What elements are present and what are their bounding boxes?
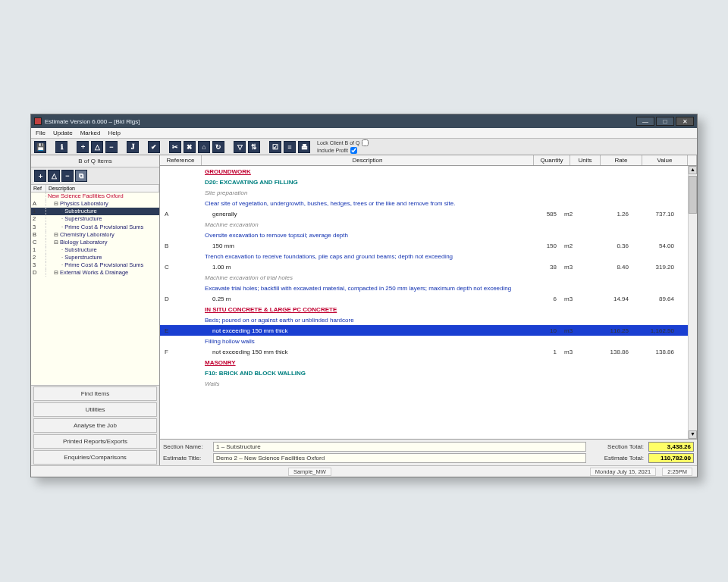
tree-row[interactable]: 2Superstructure — [31, 254, 159, 261]
cell-rate: 14.94 — [592, 296, 633, 302]
grid-row[interactable]: GROUNDWORK — [160, 166, 688, 177]
grid-row[interactable]: Agenerally585m21.26737.10 — [160, 208, 688, 219]
col-reference[interactable]: Reference — [160, 155, 202, 165]
cell-desc: Oversite excavation to remove topsoil; a… — [202, 231, 525, 239]
tree-row-label: Prime Cost & Provisional Sums — [46, 224, 159, 231]
section-name-field[interactable]: 1 – Substructure — [213, 442, 586, 452]
grid-row[interactable]: IN SITU CONCRETE & LARGE PC CONCRETE — [160, 304, 688, 314]
status-date: Monday July 15, 2021 — [590, 468, 656, 476]
col-units[interactable]: Units — [570, 155, 601, 165]
grid-row[interactable]: B150 mm150m20.3654.00 — [160, 240, 688, 251]
tool-sort-icon[interactable]: ⇅ — [248, 141, 260, 153]
col-description[interactable]: Description — [202, 155, 534, 165]
tool-cut-icon[interactable]: ✂ — [169, 141, 181, 153]
lock-client-checkbox[interactable] — [362, 139, 369, 146]
grid-row[interactable]: F10: BRICK AND BLOCK WALLING — [160, 368, 688, 378]
grid-row[interactable]: C1.00 m38m38.40319.20 — [160, 261, 688, 272]
grid-row[interactable]: Site preparation — [160, 187, 688, 198]
minimize-button[interactable]: — — [636, 117, 654, 126]
nav-minus-icon[interactable]: − — [61, 170, 74, 182]
nav-plus-icon[interactable]: ＋ — [34, 170, 46, 182]
grid-row[interactable]: Oversite excavation to remove topsoil; a… — [160, 230, 688, 240]
cell-desc: 0.25 m — [202, 295, 525, 303]
tool-bold-icon[interactable]: 𝐉 — [127, 141, 139, 153]
scroll-thumb[interactable] — [689, 176, 697, 214]
tree-col-desc: Description — [46, 185, 159, 192]
cell-rate: 1.26 — [592, 211, 633, 217]
grid-row[interactable]: Excavate trial holes; backfill with exca… — [160, 283, 688, 293]
enquiries-button[interactable]: Enquiries/Comparisons — [33, 450, 157, 465]
navigator-toolbar: ＋ △ − ⧉ — [31, 167, 159, 184]
tool-down-icon[interactable]: ▽ — [234, 141, 246, 153]
analyse-job-button[interactable]: Analyse the Job — [33, 418, 157, 433]
col-scroll-spacer — [688, 155, 697, 165]
tool-home-icon[interactable]: ⌂ — [198, 141, 210, 153]
grid-row[interactable]: MASONRY — [160, 357, 688, 368]
menu-marked[interactable]: Marked — [80, 130, 101, 136]
tree-row[interactable]: 2Superstructure — [31, 215, 159, 223]
menu-file[interactable]: File — [36, 130, 46, 136]
grid-row[interactable]: Clear site of vegetation, undergrowth, b… — [160, 198, 688, 208]
tool-minus-icon[interactable]: − — [105, 141, 118, 153]
grid-row[interactable]: Filling hollow walls — [160, 336, 688, 346]
tree-row-label: Substructure — [46, 208, 159, 215]
find-items-button[interactable]: Find Items — [33, 386, 157, 401]
include-profit-check[interactable]: Include Profit — [317, 147, 369, 154]
tree-row[interactable]: 3Prime Cost & Provisional Sums — [31, 261, 159, 269]
lock-client-check[interactable]: Lock Client B of Q — [317, 139, 369, 146]
grid-row[interactable]: Machine excavation of trial holes — [160, 272, 688, 283]
maximize-button[interactable]: □ — [656, 117, 674, 126]
menu-update[interactable]: Update — [53, 130, 73, 136]
grid-row[interactable]: Beds; poured on or against earth or unbl… — [160, 314, 688, 325]
grid-row[interactable]: D20: EXCAVATING AND FILLING — [160, 177, 688, 187]
tool-up-icon[interactable]: △ — [91, 141, 103, 153]
tool-cross-icon[interactable]: ✖ — [184, 141, 196, 153]
cell-val: 54.00 — [633, 242, 679, 249]
printed-reports-button[interactable]: Printed Reports/Exports — [33, 434, 157, 449]
grid-rows[interactable]: GROUNDWORKD20: EXCAVATING AND FILLINGSit… — [160, 166, 688, 439]
grid-row[interactable]: Enot exceeding 150 mm thick10m3116.251,1… — [160, 325, 688, 336]
close-button[interactable]: ✕ — [676, 117, 694, 126]
tool-check-icon[interactable]: ✔ — [148, 141, 160, 153]
tree-row[interactable]: DExternal Works & Drainage — [31, 269, 159, 277]
grid-row[interactable]: D0.25 m6m314.9489.64 — [160, 293, 688, 304]
col-value[interactable]: Value — [642, 155, 688, 165]
tree-row[interactable]: New Science Facilities Oxford — [31, 192, 159, 200]
grid-row[interactable]: Machine excavation — [160, 219, 688, 230]
tree-row[interactable]: 3Prime Cost & Provisional Sums — [31, 224, 159, 231]
tree-row[interactable]: CBiology Laboratory — [31, 239, 159, 246]
cell-ref: D — [160, 296, 202, 302]
tree-row[interactable]: 1Substructure — [31, 246, 159, 254]
tree-row[interactable]: BChemistry Laboratory — [31, 231, 159, 239]
menu-help[interactable]: Help — [108, 130, 120, 136]
include-profit-checkbox[interactable] — [350, 147, 357, 154]
nav-up-icon[interactable]: △ — [48, 170, 60, 182]
grid-row[interactable]: Fnot exceeding 150 mm thick1m3138.86138.… — [160, 346, 688, 357]
cell-desc: not exceeding 150 mm thick — [202, 327, 525, 335]
col-quantity[interactable]: Quantity — [534, 155, 570, 165]
scroll-track[interactable] — [689, 214, 697, 430]
tool-info-icon[interactable]: ℹ — [55, 141, 67, 153]
tool-print-icon[interactable]: 🖶 — [298, 141, 310, 153]
col-rate[interactable]: Rate — [601, 155, 642, 165]
tool-plus-icon[interactable]: ＋ — [77, 141, 89, 153]
estimate-title-field[interactable]: Demo 2 – New Science Facilities Oxford — [213, 453, 586, 463]
tool-save-icon[interactable]: 💾 — [34, 141, 46, 153]
grid-scrollbar[interactable]: ▲ ▼ — [688, 166, 697, 439]
cell-qty: 38 — [525, 264, 561, 271]
tool-tick2-icon[interactable]: ☑ — [269, 141, 281, 153]
cell-val: 89.64 — [633, 296, 679, 302]
tool-list-icon[interactable]: ≡ — [284, 141, 296, 153]
items-grid-pane: Reference Description Quantity Units Rat… — [160, 155, 697, 465]
scroll-up-icon[interactable]: ▲ — [689, 166, 697, 174]
scroll-down-icon[interactable]: ▼ — [689, 430, 697, 439]
utilities-button[interactable]: Utilities — [33, 402, 157, 417]
project-tree[interactable]: New Science Facilities OxfordAPhysics La… — [31, 192, 159, 386]
tree-row[interactable]: 1Substructure — [31, 208, 159, 215]
tool-redo-icon[interactable]: ↻ — [212, 141, 224, 153]
tree-row[interactable]: APhysics Laboratory — [31, 200, 159, 208]
nav-config-icon[interactable]: ⧉ — [75, 170, 87, 182]
grid-row[interactable]: Trench excavation to receive foundations… — [160, 251, 688, 261]
cell-ref: F — [160, 349, 202, 355]
grid-row[interactable]: Walls — [160, 378, 688, 389]
